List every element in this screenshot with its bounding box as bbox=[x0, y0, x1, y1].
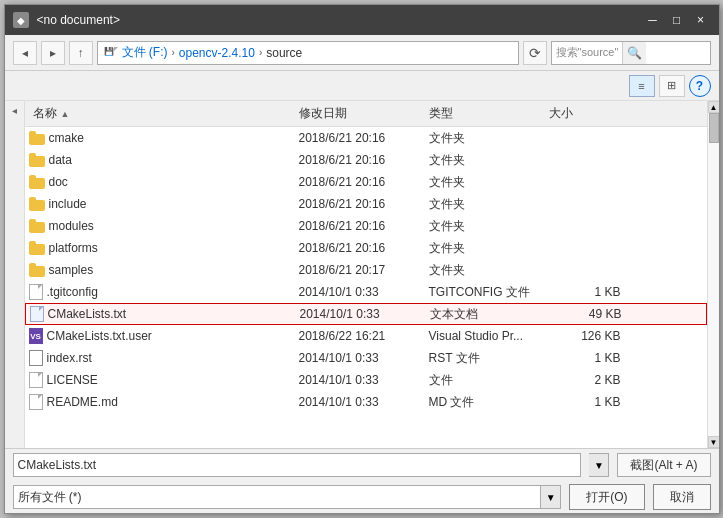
table-row[interactable]: .tgitconfig 2014/10/1 0:33 TGITCONFIG 文件… bbox=[25, 281, 707, 303]
minimize-button[interactable]: ─ bbox=[643, 10, 663, 30]
col-size-header[interactable]: 大小 bbox=[549, 105, 629, 122]
breadcrumb-sep2: › bbox=[259, 47, 262, 58]
sidebar: ◂ bbox=[5, 101, 25, 448]
breadcrumb-level1[interactable]: opencv-2.4.10 bbox=[179, 46, 255, 60]
file-size-cell: 1 KB bbox=[549, 395, 629, 409]
open-button[interactable]: 打开(O) bbox=[569, 484, 644, 510]
up-button[interactable]: ↑ bbox=[69, 41, 93, 65]
folder-icon bbox=[29, 263, 45, 277]
back-button[interactable]: ◂ bbox=[13, 41, 37, 65]
scrollbar[interactable]: ▲ ▼ bbox=[707, 101, 719, 448]
file-type-cell: 文件夹 bbox=[429, 218, 549, 235]
table-row[interactable]: cmake 2018/6/21 20:16 文件夹 bbox=[25, 127, 707, 149]
file-date-cell: 2018/6/21 20:16 bbox=[299, 241, 429, 255]
table-row[interactable]: modules 2018/6/21 20:16 文件夹 bbox=[25, 215, 707, 237]
breadcrumb-root[interactable]: 文件 (F:) bbox=[122, 44, 168, 61]
help-button[interactable]: ? bbox=[689, 75, 711, 97]
file-name-text: doc bbox=[49, 175, 68, 189]
txt-file-icon bbox=[30, 306, 44, 322]
file-name-text: samples bbox=[49, 263, 94, 277]
file-date-cell: 2018/6/21 20:16 bbox=[299, 175, 429, 189]
file-name-text: include bbox=[49, 197, 87, 211]
table-row[interactable]: doc 2018/6/21 20:16 文件夹 bbox=[25, 171, 707, 193]
col-date-header[interactable]: 修改日期 bbox=[299, 105, 429, 122]
folder-icon bbox=[29, 219, 45, 233]
search-button[interactable]: 🔍 bbox=[622, 42, 646, 64]
forward-button[interactable]: ▸ bbox=[41, 41, 65, 65]
file-date-cell: 2014/10/1 0:33 bbox=[300, 307, 430, 321]
filename-dropdown-button[interactable]: ▼ bbox=[589, 453, 609, 477]
file-type-cell: MD 文件 bbox=[429, 394, 549, 411]
file-date-cell: 2018/6/21 20:16 bbox=[299, 219, 429, 233]
filename-input[interactable] bbox=[13, 453, 582, 477]
view-toolbar: ≡ ⊞ ? bbox=[5, 71, 719, 101]
col-type-header[interactable]: 类型 bbox=[429, 105, 549, 122]
list-view-button[interactable]: ≡ bbox=[629, 75, 655, 97]
file-size-cell: 2 KB bbox=[549, 373, 629, 387]
scroll-down-button[interactable]: ▼ bbox=[708, 436, 719, 448]
drive-icon: 💾 bbox=[104, 47, 118, 59]
help-icon: ? bbox=[696, 79, 703, 93]
generic-file-icon bbox=[29, 284, 43, 300]
file-name-cell: VS CMakeLists.txt.user bbox=[29, 328, 299, 344]
file-name-text: CMakeLists.txt.user bbox=[47, 329, 152, 343]
filetype-label: 所有文件 (*) bbox=[18, 489, 82, 506]
file-type-cell: 文件夹 bbox=[429, 196, 549, 213]
file-type-cell: TGITCONFIG 文件 bbox=[429, 284, 549, 301]
refresh-button[interactable]: ⟳ bbox=[523, 41, 547, 65]
icon-view-button[interactable]: ⊞ bbox=[659, 75, 685, 97]
search-bar[interactable]: 搜索"source" 🔍 bbox=[551, 41, 711, 65]
file-name-text: modules bbox=[49, 219, 94, 233]
file-size-cell: 1 KB bbox=[549, 285, 629, 299]
cancel-button[interactable]: 取消 bbox=[653, 484, 711, 510]
filename-row: ▼ 截图(Alt + A) bbox=[5, 449, 719, 481]
file-name-text: cmake bbox=[49, 131, 84, 145]
file-name-text: index.rst bbox=[47, 351, 92, 365]
file-type-cell: 文件夹 bbox=[429, 152, 549, 169]
rst-file-icon bbox=[29, 350, 43, 366]
file-date-cell: 2018/6/21 20:16 bbox=[299, 131, 429, 145]
table-row[interactable]: data 2018/6/21 20:16 文件夹 bbox=[25, 149, 707, 171]
file-name-cell: platforms bbox=[29, 241, 299, 255]
filetype-select[interactable]: 所有文件 (*) bbox=[13, 485, 542, 509]
file-type-cell: 文本文档 bbox=[430, 306, 550, 323]
file-list[interactable]: cmake 2018/6/21 20:16 文件夹 data 2018/6/21… bbox=[25, 127, 707, 448]
file-type-cell: 文件夹 bbox=[429, 130, 549, 147]
table-row[interactable]: VS CMakeLists.txt.user 2018/6/22 16:21 V… bbox=[25, 325, 707, 347]
folder-icon bbox=[29, 241, 45, 255]
filetype-dropdown-button[interactable]: ▼ bbox=[541, 485, 561, 509]
table-row[interactable]: CMakeLists.txt 2014/10/1 0:33 文本文档 49 KB bbox=[25, 303, 707, 325]
file-date-cell: 2018/6/21 20:16 bbox=[299, 153, 429, 167]
col-name-header[interactable]: 名称 ▲ bbox=[29, 105, 299, 122]
file-date-cell: 2018/6/22 16:21 bbox=[299, 329, 429, 343]
table-row[interactable]: index.rst 2014/10/1 0:33 RST 文件 1 KB bbox=[25, 347, 707, 369]
table-row[interactable]: LICENSE 2014/10/1 0:33 文件 2 KB bbox=[25, 369, 707, 391]
scroll-up-button[interactable]: ▲ bbox=[708, 101, 719, 113]
breadcrumb-sep1: › bbox=[172, 47, 175, 58]
file-name-text: .tgitconfig bbox=[47, 285, 98, 299]
table-row[interactable]: README.md 2014/10/1 0:33 MD 文件 1 KB bbox=[25, 391, 707, 413]
scrollbar-track[interactable] bbox=[708, 113, 719, 436]
screenshot-button[interactable]: 截图(Alt + A) bbox=[617, 453, 710, 477]
table-row[interactable]: platforms 2018/6/21 20:16 文件夹 bbox=[25, 237, 707, 259]
file-name-cell: .tgitconfig bbox=[29, 284, 299, 300]
breadcrumb[interactable]: 💾 文件 (F:) › opencv-2.4.10 › source bbox=[97, 41, 519, 65]
table-row[interactable]: include 2018/6/21 20:16 文件夹 bbox=[25, 193, 707, 215]
scrollbar-thumb[interactable] bbox=[709, 113, 719, 143]
file-date-cell: 2014/10/1 0:33 bbox=[299, 351, 429, 365]
file-type-cell: 文件 bbox=[429, 372, 549, 389]
close-button[interactable]: × bbox=[691, 10, 711, 30]
file-name-cell: LICENSE bbox=[29, 372, 299, 388]
window-controls: ─ □ × bbox=[643, 10, 711, 30]
sidebar-collapse-icon[interactable]: ◂ bbox=[12, 105, 17, 116]
file-open-dialog: ◆ <no document> ─ □ × ◂ ▸ ↑ 💾 文件 (F:) › … bbox=[4, 4, 720, 514]
table-row[interactable]: samples 2018/6/21 20:17 文件夹 bbox=[25, 259, 707, 281]
folder-icon bbox=[29, 197, 45, 211]
generic-file-icon bbox=[29, 372, 43, 388]
app-icon: ◆ bbox=[13, 12, 29, 28]
file-type-cell: 文件夹 bbox=[429, 262, 549, 279]
file-size-cell: 1 KB bbox=[549, 351, 629, 365]
file-name-cell: CMakeLists.txt bbox=[30, 306, 300, 322]
back-icon: ◂ bbox=[22, 46, 28, 60]
maximize-button[interactable]: □ bbox=[667, 10, 687, 30]
